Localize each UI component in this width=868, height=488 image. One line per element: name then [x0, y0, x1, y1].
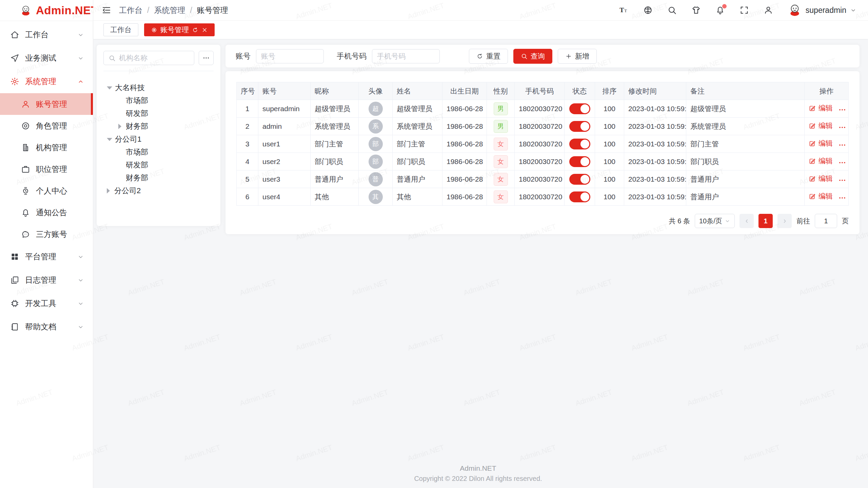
sidebar-item-position-mgmt[interactable]: 职位管理 [0, 158, 93, 180]
sidebar-item-notice[interactable]: 通知公告 [0, 202, 93, 223]
tree-node[interactable]: 市场部 [103, 94, 214, 107]
font-size-icon[interactable]: TT [619, 5, 629, 15]
cell-mtime: 2023-01-03 10:59:44 [624, 100, 686, 118]
tree-node[interactable]: 研发部 [103, 107, 214, 120]
gender-badge: 女 [494, 173, 508, 186]
status-toggle[interactable] [569, 103, 590, 114]
sidebar-item-account-mgmt[interactable]: 账号管理 [0, 93, 93, 115]
edit-button[interactable]: 编辑 [809, 156, 833, 166]
search-form: 账号 手机号码 重置 查询 [225, 45, 860, 67]
theme-icon[interactable] [691, 5, 701, 15]
caret-icon[interactable] [118, 124, 123, 129]
status-toggle[interactable] [569, 156, 590, 167]
cell-name: 部门主管 [393, 135, 442, 153]
col-header: 修改时间 [624, 82, 686, 100]
org-more-button[interactable] [199, 51, 214, 65]
ellipsis-icon [202, 54, 210, 62]
sidebar-item-third-party-account[interactable]: 三方账号 [0, 223, 93, 245]
tree-node[interactable]: 财务部 [103, 171, 214, 184]
more-actions-button[interactable] [838, 176, 846, 184]
edit-button[interactable]: 编辑 [809, 103, 833, 113]
edit-button[interactable]: 编辑 [809, 174, 833, 183]
table-header-row: 序号 账号 昵称 头像 姓名 出生日期 性别 手机号码 状态 排序 [237, 82, 849, 100]
logo-mascot-icon [20, 4, 32, 17]
status-toggle[interactable] [569, 191, 590, 202]
accounts-table: 序号 账号 昵称 头像 姓名 出生日期 性别 手机号码 状态 排序 [236, 82, 849, 206]
profile-icon[interactable] [764, 5, 773, 15]
tab-account-mgmt[interactable]: 账号管理 [144, 23, 215, 36]
reset-button[interactable]: 重置 [469, 49, 508, 64]
refresh-icon[interactable] [192, 27, 198, 33]
sidebar-item-help-docs[interactable]: 帮助文档 [0, 315, 93, 339]
more-actions-button[interactable] [838, 159, 846, 167]
cell-nickname: 部门主管 [311, 135, 359, 153]
sidebar-item-workbench[interactable]: 工作台 [0, 23, 93, 46]
status-toggle[interactable] [569, 139, 590, 149]
caret-icon[interactable] [107, 86, 112, 89]
sidebar-item-org-mgmt[interactable]: 机构管理 [0, 137, 93, 158]
caret-icon[interactable] [107, 188, 112, 194]
cell-name: 系统管理员 [393, 118, 442, 135]
tree-node[interactable]: 分公司2 [103, 184, 214, 197]
more-actions-button[interactable] [838, 141, 846, 149]
app-root: Admin.NET 工作台 业务测试 系统管理 账号管理 [0, 0, 868, 488]
status-toggle[interactable] [569, 174, 590, 185]
more-actions-button[interactable] [838, 123, 846, 131]
close-icon[interactable] [201, 27, 208, 33]
tree-node[interactable]: 大名科技 [103, 81, 214, 94]
notification-bell-icon[interactable] [715, 5, 725, 15]
sidebar-item-business-test[interactable]: 业务测试 [0, 46, 93, 70]
tree-node[interactable]: 分公司1 [103, 133, 214, 146]
fullscreen-icon[interactable] [739, 5, 749, 15]
sidebar-item-system-mgmt[interactable]: 系统管理 [0, 70, 93, 93]
query-button[interactable]: 查询 [513, 49, 552, 64]
user-menu[interactable]: superadmin [788, 3, 856, 17]
status-toggle[interactable] [569, 121, 590, 132]
caret-icon[interactable] [107, 138, 112, 141]
sidebar-item-personal-center[interactable]: 个人中心 [0, 180, 93, 202]
cell-nickname: 部门职员 [311, 153, 359, 170]
topbar-actions: TT superadmin [619, 3, 856, 17]
page-number[interactable]: 1 [758, 214, 773, 228]
tab-workbench[interactable]: 工作台 [103, 23, 138, 36]
edit-button[interactable]: 编辑 [809, 191, 833, 201]
edit-button[interactable]: 编辑 [809, 121, 833, 130]
sidebar-item-platform-mgmt[interactable]: 平台管理 [0, 245, 93, 268]
tree-node-label: 分公司1 [115, 134, 141, 144]
tree-node[interactable]: 市场部 [103, 146, 214, 159]
refresh-icon [476, 53, 483, 60]
avatar: 系 [369, 119, 383, 134]
edit-button[interactable]: 编辑 [809, 139, 833, 148]
breadcrumb-item[interactable]: 工作台 [119, 5, 142, 16]
gender-badge: 女 [494, 190, 508, 203]
svg-text:T: T [624, 8, 627, 13]
page-size-select[interactable]: 10条/页 [695, 214, 735, 228]
breadcrumb-item[interactable]: 系统管理 [154, 5, 185, 16]
goto-page-input[interactable] [815, 214, 837, 228]
cell-phone: 18020030720 [515, 118, 565, 135]
sidebar-item-role-mgmt[interactable]: 角色管理 [0, 115, 93, 137]
phone-input[interactable] [372, 49, 440, 63]
tree-node[interactable]: 财务部 [103, 120, 214, 133]
more-actions-button[interactable] [838, 106, 846, 114]
sidebar-item-dev-tools[interactable]: 开发工具 [0, 292, 93, 315]
sidebar-item-label: 工作台 [25, 29, 48, 40]
prev-page-button[interactable] [739, 214, 754, 228]
topbar: 工作台 / 系统管理 / 账号管理 TT superadmin [93, 0, 868, 21]
next-page-button[interactable] [777, 214, 792, 228]
tree-node[interactable]: 研发部 [103, 159, 214, 171]
cell-phone: 18020030720 [515, 135, 565, 153]
tree-node-label: 市场部 [126, 147, 148, 157]
sidebar-item-log-mgmt[interactable]: 日志管理 [0, 268, 93, 292]
more-actions-button[interactable] [838, 194, 846, 202]
org-tree-panel: 大名科技 市场部 研发部 财务部 分公司1 市场部 研发部 财务部 分公司2 [97, 45, 220, 226]
grid-icon [10, 252, 19, 261]
table-row: 1 superadmin 超级管理员 超 超级管理员 1986-06-28 男 … [237, 100, 849, 118]
account-input[interactable] [256, 49, 324, 63]
search-icon[interactable] [667, 5, 677, 15]
collapse-menu-icon[interactable] [101, 5, 112, 15]
pagination: 共 6 条 10条/页 1 前往 页 [236, 214, 849, 228]
org-search-input[interactable] [119, 54, 189, 62]
add-button[interactable]: 新增 [558, 49, 597, 64]
language-icon[interactable] [643, 5, 653, 15]
